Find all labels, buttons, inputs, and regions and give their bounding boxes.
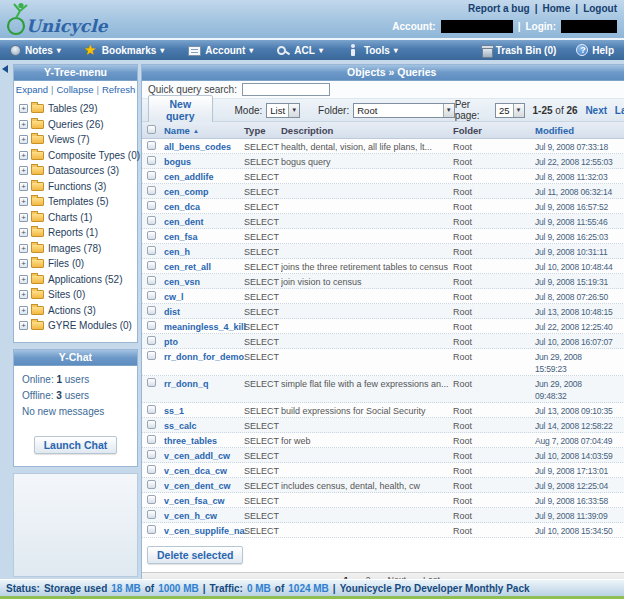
expand-plus-icon[interactable]: + <box>19 244 28 253</box>
report-a-bug-link[interactable]: Report a bug <box>468 3 530 14</box>
row-checkbox[interactable] <box>147 306 156 315</box>
select-all-checkbox[interactable] <box>147 125 156 134</box>
sort-by-modified-header[interactable]: Modified <box>535 125 624 136</box>
tree-item-actions-3[interactable]: +Actions (3) <box>19 303 135 319</box>
row-checkbox[interactable] <box>147 510 156 519</box>
row-checkbox[interactable] <box>147 378 156 387</box>
menu-bookmarks[interactable]: Bookmarks▾ <box>85 44 164 57</box>
home-link[interactable]: Home <box>543 3 571 14</box>
query-name-link[interactable]: cen_comp <box>164 184 244 198</box>
row-checkbox[interactable] <box>147 261 156 270</box>
expand-plus-icon[interactable]: + <box>19 213 28 222</box>
younicycle-logo[interactable]: Unicycle <box>3 1 118 37</box>
expand-plus-icon[interactable]: + <box>19 321 28 330</box>
query-name-link[interactable]: dist <box>164 304 244 318</box>
row-checkbox[interactable] <box>147 420 156 429</box>
expand-plus-icon[interactable]: + <box>19 120 28 129</box>
query-name-link[interactable]: v_cen_supplife_na <box>164 523 244 537</box>
tree-item-composite-types-0[interactable]: +Composite Types (0) <box>19 148 135 164</box>
last-page-link[interactable]: Last <box>615 105 624 116</box>
query-name-link[interactable]: v_cen_dca_cw <box>164 463 244 477</box>
tree-item-queries-26[interactable]: +Queries (26) <box>19 117 135 133</box>
query-name-link[interactable]: rr_donn_for_demo <box>164 349 244 375</box>
query-name-link[interactable]: pto <box>164 334 244 348</box>
expand-link[interactable]: Expand <box>16 84 48 95</box>
launch-chat-button[interactable]: Launch Chat <box>34 436 118 454</box>
mode-select[interactable]: List ▼ <box>266 103 300 118</box>
tree-item-templates-5[interactable]: +Templates (5) <box>19 194 135 210</box>
tree-item-gyre-modules-0[interactable]: +GYRE Modules (0) <box>19 318 135 334</box>
tree-item-images-78[interactable]: +Images (78) <box>19 241 135 257</box>
expand-plus-icon[interactable]: + <box>19 290 28 299</box>
tree-item-charts-1[interactable]: +Charts (1) <box>19 210 135 226</box>
query-name-link[interactable]: v_cen_dent_cw <box>164 478 244 492</box>
row-checkbox[interactable] <box>147 405 156 414</box>
expand-plus-icon[interactable]: + <box>19 197 28 206</box>
row-checkbox[interactable] <box>147 435 156 444</box>
logout-link[interactable]: Logout <box>583 3 617 14</box>
row-checkbox[interactable] <box>147 495 156 504</box>
row-checkbox[interactable] <box>147 201 156 210</box>
row-checkbox[interactable] <box>147 171 156 180</box>
sidebar-collapse-strip[interactable] <box>0 60 12 579</box>
menu-acl[interactable]: ACL▾ <box>277 44 323 57</box>
next-page-link[interactable]: Next <box>585 105 607 116</box>
query-name-link[interactable]: ss_1 <box>164 403 244 417</box>
delete-selected-button[interactable]: Delete selected <box>147 546 243 564</box>
collapse-left-icon[interactable] <box>2 65 8 73</box>
expand-plus-icon[interactable]: + <box>19 104 28 113</box>
expand-plus-icon[interactable]: + <box>19 182 28 191</box>
query-name-link[interactable]: cen_h <box>164 244 244 258</box>
query-name-link[interactable]: v_cen_h_cw <box>164 508 244 522</box>
tree-item-views-7[interactable]: +Views (7) <box>19 132 135 148</box>
row-checkbox[interactable] <box>147 291 156 300</box>
collapse-link[interactable]: Collapse <box>57 84 94 95</box>
row-checkbox[interactable] <box>147 246 156 255</box>
row-checkbox[interactable] <box>147 186 156 195</box>
query-name-link[interactable]: v_cen_fsa_cw <box>164 493 244 507</box>
row-checkbox[interactable] <box>147 525 156 534</box>
query-name-link[interactable]: all_bens_codes <box>164 139 244 153</box>
query-name-link[interactable]: cw_l <box>164 289 244 303</box>
row-checkbox[interactable] <box>147 465 156 474</box>
query-name-link[interactable]: cen_dca <box>164 199 244 213</box>
tree-item-datasources-3[interactable]: +Datasources (3) <box>19 163 135 179</box>
query-name-link[interactable]: v_cen_addl_cw <box>164 448 244 462</box>
query-name-link[interactable]: cen_ret_all <box>164 259 244 273</box>
query-name-link[interactable]: cen_vsn <box>164 274 244 288</box>
expand-plus-icon[interactable]: + <box>19 151 28 160</box>
expand-plus-icon[interactable]: + <box>19 166 28 175</box>
menu-tools[interactable]: Tools▾ <box>347 44 398 57</box>
tree-item-files-0[interactable]: +Files (0) <box>19 256 135 272</box>
help-button[interactable]: Help <box>576 44 616 56</box>
new-query-button[interactable]: New query <box>148 95 213 125</box>
query-name-link[interactable]: bogus <box>164 154 244 168</box>
menu-account[interactable]: Account▾ <box>188 44 253 56</box>
expand-plus-icon[interactable]: + <box>19 259 28 268</box>
tree-item-functions-3[interactable]: +Functions (3) <box>19 179 135 195</box>
menu-notes[interactable]: Notes▾ <box>10 44 61 56</box>
row-checkbox[interactable] <box>147 351 156 360</box>
folder-select[interactable]: Root ▼ <box>353 103 454 118</box>
row-checkbox[interactable] <box>147 156 156 165</box>
quick-search-input[interactable] <box>242 83 330 96</box>
tree-item-reports-1[interactable]: +Reports (1) <box>19 225 135 241</box>
row-checkbox[interactable] <box>147 321 156 330</box>
query-name-link[interactable]: cen_fsa <box>164 229 244 243</box>
row-checkbox[interactable] <box>147 276 156 285</box>
tree-item-sites-0[interactable]: +Sites (0) <box>19 287 135 303</box>
trash-bin-button[interactable]: Trash Bin (0) <box>482 44 559 56</box>
row-checkbox[interactable] <box>147 231 156 240</box>
query-name-link[interactable]: cen_dent <box>164 214 244 228</box>
query-name-link[interactable]: meaningless_4_kill <box>164 319 244 333</box>
sort-by-name-header[interactable]: Name▲ <box>164 125 244 136</box>
row-checkbox[interactable] <box>147 336 156 345</box>
row-checkbox[interactable] <box>147 216 156 225</box>
row-checkbox[interactable] <box>147 480 156 489</box>
query-name-link[interactable]: cen_addlife <box>164 169 244 183</box>
expand-plus-icon[interactable]: + <box>19 306 28 315</box>
query-name-link[interactable]: ss_calc <box>164 418 244 432</box>
tree-item-tables-29[interactable]: +Tables (29) <box>19 101 135 117</box>
row-checkbox[interactable] <box>147 141 156 150</box>
query-name-link[interactable]: three_tables <box>164 433 244 447</box>
